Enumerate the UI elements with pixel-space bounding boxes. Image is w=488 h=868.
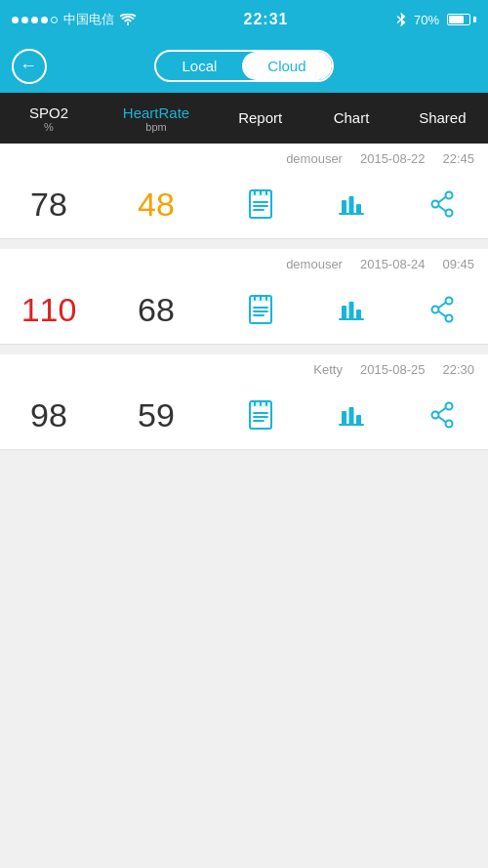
separator-0: [0, 239, 488, 249]
meta-time-0: 22:45: [442, 151, 474, 166]
svg-rect-20: [342, 306, 346, 319]
svg-point-37: [446, 403, 453, 410]
svg-rect-34: [342, 411, 346, 425]
share-action-0[interactable]: [397, 190, 488, 218]
meta-time-1: 09:45: [442, 257, 474, 271]
local-cloud-toggle[interactable]: Local Cloud: [154, 50, 333, 82]
dot4: [41, 17, 48, 23]
chart-icon-0[interactable]: [337, 190, 366, 218]
share-icon-1[interactable]: [427, 296, 457, 323]
svg-point-25: [432, 307, 439, 313]
separator-2: [0, 450, 488, 460]
col-header-hr: HeartRate bpm: [98, 104, 215, 133]
report-header-label: Report: [238, 109, 282, 126]
values-row-1: 110 68: [0, 275, 488, 344]
report-action-2[interactable]: [215, 399, 305, 431]
signal-dots: [12, 17, 58, 23]
nav-bar: ← Local Cloud: [0, 39, 488, 93]
battery-body: [447, 14, 470, 25]
empty-area: [0, 460, 488, 802]
status-left: 中国电信: [12, 11, 136, 28]
meta-user-2: Ketty: [313, 362, 343, 377]
data-row-2: Ketty 2015-08-25 22:30 98 59: [0, 354, 488, 450]
data-row-0: demouser 2015-08-22 22:45 78 48: [0, 144, 488, 239]
svg-rect-7: [348, 196, 353, 214]
values-row-0: 78 48: [0, 170, 488, 238]
svg-rect-36: [356, 415, 361, 425]
chart-action-0[interactable]: [305, 190, 396, 218]
svg-rect-6: [342, 200, 346, 214]
spo2-value-0: 78: [0, 186, 98, 224]
report-icon-0[interactable]: [246, 188, 275, 220]
svg-rect-21: [348, 302, 353, 319]
svg-point-39: [432, 412, 439, 419]
separator-1: [0, 345, 488, 354]
report-icon-1[interactable]: [246, 294, 275, 325]
battery-tip: [473, 17, 476, 22]
svg-rect-22: [356, 310, 361, 319]
hr-value-1: 68: [98, 291, 215, 329]
table-header: SPO2 % HeartRate bpm Report Chart Shared: [0, 93, 488, 144]
dot5: [51, 17, 58, 23]
spo2-header-label: SPO2: [29, 104, 68, 121]
col-header-shared: Shared: [397, 109, 488, 127]
report-icon-2[interactable]: [246, 399, 275, 431]
meta-date-1: 2015-08-24: [360, 257, 426, 271]
share-icon-2[interactable]: [427, 401, 457, 429]
col-header-report: Report: [215, 109, 305, 127]
svg-point-23: [446, 298, 453, 305]
hr-value-0: 48: [98, 186, 215, 224]
spo2-header-unit: %: [44, 121, 54, 133]
status-right: 70%: [396, 13, 476, 27]
svg-point-11: [432, 201, 439, 208]
svg-point-24: [446, 315, 453, 322]
share-icon-0[interactable]: [427, 190, 457, 218]
chart-icon-2[interactable]: [337, 401, 366, 429]
col-header-chart: Chart: [305, 109, 396, 127]
share-action-1[interactable]: [397, 296, 488, 323]
meta-user-1: demouser: [286, 257, 343, 271]
meta-row-1: demouser 2015-08-24 09:45: [0, 249, 488, 275]
time-display: 22:31: [244, 11, 289, 28]
svg-rect-35: [348, 407, 353, 425]
svg-point-38: [446, 421, 453, 428]
col-header-spo2: SPO2 %: [0, 104, 98, 133]
data-row-1: demouser 2015-08-24 09:45 110 68: [0, 249, 488, 345]
chart-action-1[interactable]: [305, 296, 396, 323]
meta-row-2: Ketty 2015-08-25 22:30: [0, 354, 488, 381]
dot1: [12, 17, 19, 23]
svg-line-26: [439, 303, 447, 308]
back-button[interactable]: ←: [12, 49, 47, 84]
report-action-1[interactable]: [215, 294, 305, 325]
chart-header-label: Chart: [334, 109, 370, 126]
svg-line-41: [439, 417, 447, 422]
svg-rect-8: [356, 204, 361, 214]
report-action-0[interactable]: [215, 188, 305, 220]
local-toggle-btn[interactable]: Local: [156, 52, 242, 80]
dot3: [31, 17, 38, 23]
meta-row-0: demouser 2015-08-22 22:45: [0, 144, 488, 170]
meta-time-2: 22:30: [442, 362, 474, 377]
svg-point-9: [446, 192, 453, 199]
dot2: [21, 17, 28, 23]
share-action-2[interactable]: [397, 401, 488, 429]
meta-user-0: demouser: [286, 151, 343, 166]
cloud-toggle-btn[interactable]: Cloud: [242, 52, 331, 80]
values-row-2: 98 59: [0, 381, 488, 449]
spo2-value-2: 98: [0, 396, 98, 434]
hr-header-label: HeartRate: [123, 104, 189, 121]
shared-header-label: Shared: [419, 109, 466, 126]
chart-action-2[interactable]: [305, 401, 396, 429]
svg-point-10: [446, 210, 453, 217]
bluetooth-icon: [396, 13, 406, 26]
wifi-icon: [120, 14, 136, 25]
svg-line-27: [439, 311, 447, 316]
status-bar: 中国电信 22:31 70%: [0, 0, 488, 39]
chart-icon-1[interactable]: [337, 296, 366, 323]
meta-date-0: 2015-08-22: [360, 151, 426, 166]
back-arrow-icon: ←: [20, 56, 37, 76]
svg-line-12: [439, 197, 447, 202]
spo2-value-1: 110: [0, 291, 98, 329]
battery-icon: [447, 14, 476, 25]
svg-line-40: [439, 408, 447, 413]
